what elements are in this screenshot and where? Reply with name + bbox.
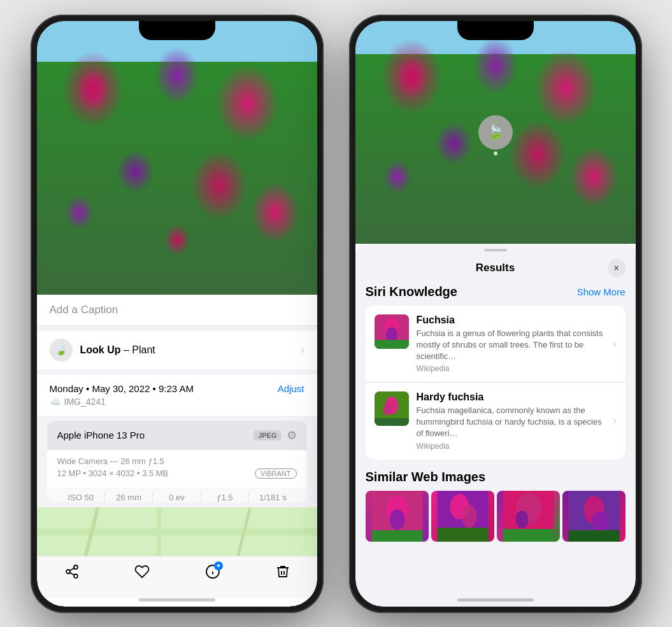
filename: IMG_4241	[64, 397, 106, 407]
camera-settings-icon[interactable]: ⚙	[287, 428, 297, 442]
info-badge-dot: ✦	[214, 561, 223, 570]
camera-spec2: 12 MP • 3024 × 4032 • 3.5 MB VIBRANT	[57, 468, 297, 479]
caption-placeholder[interactable]: Add a Caption	[50, 304, 118, 316]
cloud-icon: ☁️	[50, 397, 61, 407]
svg-point-20	[389, 509, 404, 530]
info-button[interactable]: ✦	[205, 564, 220, 583]
results-title: Results	[383, 262, 608, 274]
sheet-handle	[484, 249, 507, 251]
exif-mm: 26 mm	[105, 493, 153, 502]
right-phone-screen: 🍃 Results × Siri Knowledge	[355, 21, 636, 607]
similar-image-1[interactable]	[366, 491, 429, 542]
close-button[interactable]: ×	[608, 259, 626, 277]
visual-lookup-button[interactable]: 🍃	[478, 115, 513, 150]
knowledge-item-hardy-fuchsia[interactable]: Hardy fuchsia Fuchsia magellanica, commo…	[366, 383, 626, 460]
similar-images-title: Similar Web Images	[366, 470, 486, 484]
similar-images-header: Similar Web Images	[366, 470, 626, 484]
knowledge-item-fuchsia[interactable]: Fuchsia Fuchsia is a genus of flowering …	[366, 306, 626, 383]
favorite-button[interactable]	[134, 564, 150, 583]
results-content[interactable]: Siri Knowledge Show More	[355, 285, 636, 598]
camera-details: Wide Camera — 26 mm ƒ1.5 12 MP • 3024 × …	[47, 450, 307, 488]
siri-knowledge-header: Siri Knowledge Show More	[366, 285, 626, 299]
info-badge: ✦	[205, 564, 220, 583]
date-row: Monday • May 30, 2022 • 9:23 AM Adjust	[50, 383, 304, 394]
fuchsia-source: Wikipedia	[417, 364, 606, 373]
lookup-icon: 🍃	[50, 339, 73, 362]
exif-shutter: 1/181 s	[249, 493, 296, 502]
photo-toolbar: ✦	[37, 556, 317, 598]
similar-image-3[interactable]	[497, 491, 560, 542]
hardy-fuchsia-title: Hardy fuchsia	[417, 391, 606, 403]
svg-point-16	[383, 403, 392, 416]
show-more-button[interactable]: Show More	[577, 286, 626, 297]
fuchsia-chevron-icon: ›	[613, 338, 616, 349]
hardy-fuchsia-chevron-icon: ›	[613, 415, 616, 426]
caption-area[interactable]: Add a Caption	[37, 295, 317, 326]
similar-images-grid	[366, 491, 626, 542]
photo-details-content: Add a Caption 🍃 Look Up – Plant ›	[37, 295, 317, 556]
exif-iso: ISO 50	[57, 493, 105, 502]
photo-area[interactable]	[37, 21, 317, 295]
svg-rect-29	[503, 529, 554, 542]
share-button[interactable]	[64, 564, 80, 583]
similar-image-4[interactable]	[562, 491, 626, 542]
fuchsia-title: Fuchsia	[417, 314, 606, 326]
siri-knowledge-title: Siri Knowledge	[366, 285, 457, 299]
lookup-row[interactable]: 🍃 Look Up – Plant ›	[37, 331, 317, 369]
hardy-fuchsia-thumbnail	[375, 391, 409, 426]
jpeg-badge: JPEG	[254, 430, 281, 440]
hardy-fuchsia-source: Wikipedia	[417, 442, 606, 451]
left-phone-inner: Add a Caption 🍃 Look Up – Plant ›	[37, 21, 317, 607]
hardy-fuchsia-text: Hardy fuchsia Fuchsia magellanica, commo…	[417, 391, 606, 451]
svg-rect-21	[371, 530, 422, 542]
lookup-chevron-icon: ›	[301, 344, 304, 356]
camera-model: Apple iPhone 13 Pro	[57, 430, 145, 440]
svg-rect-17	[375, 418, 409, 426]
similar-images-section: Similar Web Images	[366, 470, 626, 542]
exif-aperture: ƒ1.5	[201, 493, 249, 502]
home-indicator	[139, 598, 215, 602]
svg-point-24	[461, 505, 476, 528]
svg-point-32	[591, 511, 609, 532]
filename-row: ☁️ IMG_4241	[50, 397, 304, 407]
visual-lookup-dot	[494, 151, 497, 155]
knowledge-card: Fuchsia Fuchsia is a genus of flowering …	[366, 306, 626, 460]
map-preview[interactable]	[37, 507, 317, 556]
photo-date: Monday • May 30, 2022 • 9:23 AM	[50, 383, 194, 394]
camera-section: Apple iPhone 13 Pro JPEG ⚙ Wide Camera —…	[47, 421, 307, 502]
flower-photo	[37, 21, 317, 295]
right-phone: 🍃 Results × Siri Knowledge	[349, 15, 642, 613]
svg-rect-25	[437, 528, 488, 542]
camera-badges: JPEG ⚙	[254, 428, 296, 442]
similar-image-2[interactable]	[431, 491, 494, 542]
right-phone-inner: 🍃 Results × Siri Knowledge	[355, 21, 636, 607]
camera-header: Apple iPhone 13 Pro JPEG ⚙	[47, 421, 307, 450]
svg-rect-33	[568, 530, 619, 542]
left-phone: Add a Caption 🍃 Look Up – Plant ›	[31, 15, 324, 613]
exif-row: ISO 50 26 mm 0 ev ƒ1.5 1/181 s	[47, 488, 307, 502]
fuchsia-text: Fuchsia Fuchsia is a genus of flowering …	[417, 314, 606, 374]
notch	[139, 21, 215, 40]
results-photo-area: 🍃	[355, 21, 636, 244]
results-sheet: Results × Siri Knowledge Show More	[355, 244, 636, 607]
svg-rect-13	[375, 340, 409, 349]
right-notch	[457, 21, 534, 40]
right-home-indicator	[457, 598, 534, 602]
exif-ev: 0 ev	[153, 493, 201, 502]
adjust-button[interactable]: Adjust	[278, 383, 304, 394]
fuchsia-desc: Fuchsia is a genus of flowering plants t…	[417, 328, 606, 363]
lookup-label: Look Up – Plant	[80, 344, 155, 356]
results-header: Results ×	[355, 254, 636, 285]
camera-spec1: Wide Camera — 26 mm ƒ1.5	[57, 456, 297, 466]
hardy-fuchsia-desc: Fuchsia magellanica, commonly known as t…	[417, 405, 606, 440]
vibrant-badge: VIBRANT	[255, 468, 297, 479]
delete-button[interactable]	[275, 564, 289, 583]
metadata-section: Monday • May 30, 2022 • 9:23 AM Adjust ☁…	[37, 374, 317, 416]
phones-container: Add a Caption 🍃 Look Up – Plant ›	[18, 2, 655, 626]
fuchsia-thumbnail	[375, 314, 409, 349]
svg-point-28	[515, 511, 528, 528]
left-phone-screen: Add a Caption 🍃 Look Up – Plant ›	[37, 21, 317, 607]
